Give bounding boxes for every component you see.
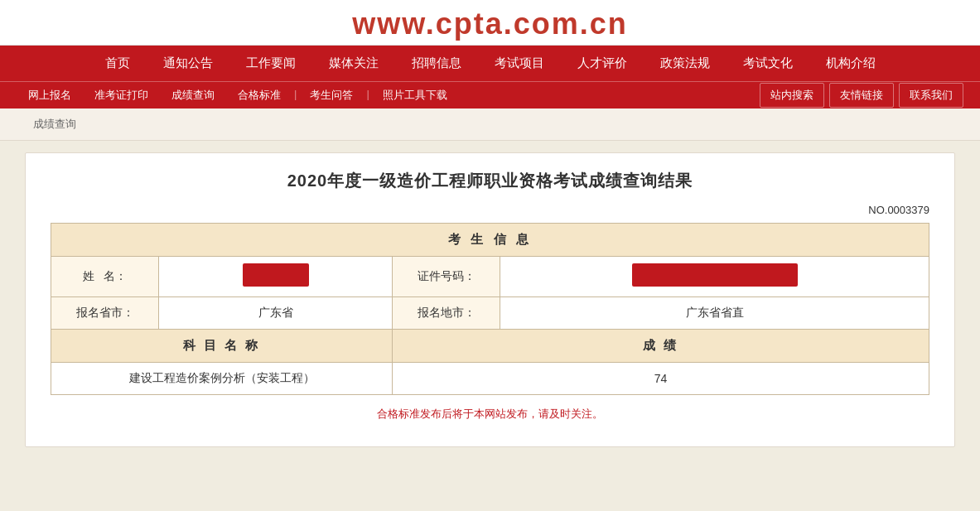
section-header: 考 生 信 息 xyxy=(51,224,929,257)
breadcrumb: 成绩查询 xyxy=(0,108,980,141)
value-id xyxy=(500,257,929,297)
value-name xyxy=(159,257,393,297)
header-logo-area: www.cpta.com.cn xyxy=(0,0,980,46)
label-name: 姓 名： xyxy=(51,257,159,297)
label-id: 证件号码： xyxy=(393,257,500,297)
sub-nav-sep2: | xyxy=(364,82,370,108)
value-city: 广东省省直 xyxy=(500,297,929,330)
label-province: 报名省市： xyxy=(51,297,159,330)
nav-about[interactable]: 机构介绍 xyxy=(809,46,892,81)
result-table: 考 生 信 息 姓 名： 证件号码： 报名省市： 广东省 报名地市： 广东省省直… xyxy=(51,223,929,395)
no-number: NO.0003379 xyxy=(51,204,929,216)
nav-home[interactable]: 首页 xyxy=(89,46,147,81)
nav-culture[interactable]: 考试文化 xyxy=(727,46,809,81)
page-title: 2020年度一级造价工程师职业资格考试成绩查询结果 xyxy=(51,170,929,192)
sub-nav-left: 网上报名 准考证打印 成绩查询 合格标准 | 考生问答 | 照片工具下载 xyxy=(17,82,755,108)
nav-policy[interactable]: 政策法规 xyxy=(644,46,727,81)
subnav-print[interactable]: 准考证打印 xyxy=(83,82,160,108)
label-city: 报名地市： xyxy=(393,297,500,330)
main-nav: 首页 通知公告 工作要闻 媒体关注 招聘信息 考试项目 人才评价 政策法规 考试… xyxy=(0,46,980,81)
nav-recruit[interactable]: 招聘信息 xyxy=(395,46,478,81)
nav-exam[interactable]: 考试项目 xyxy=(478,46,561,81)
nav-notice[interactable]: 通知公告 xyxy=(147,46,229,81)
subnav-register[interactable]: 网上报名 xyxy=(17,82,83,108)
value-province: 广东省 xyxy=(159,297,393,330)
subnav-standard[interactable]: 合格标准 xyxy=(226,82,292,108)
subnav-faq[interactable]: 考生问答 xyxy=(298,82,364,108)
score-header: 成 绩 xyxy=(393,330,929,363)
redacted-name-block xyxy=(243,263,309,287)
content-area: 2020年度一级造价工程师职业资格考试成绩查询结果 NO.0003379 考 生… xyxy=(25,152,955,447)
subnav-search[interactable]: 站内搜索 xyxy=(760,83,824,108)
subnav-contact[interactable]: 联系我们 xyxy=(899,83,963,108)
nav-media[interactable]: 媒体关注 xyxy=(312,46,395,81)
subnav-score[interactable]: 成绩查询 xyxy=(160,82,226,108)
sub-nav: 网上报名 准考证打印 成绩查询 合格标准 | 考生问答 | 照片工具下载 站内搜… xyxy=(0,81,980,108)
subnav-links[interactable]: 友情链接 xyxy=(829,83,894,108)
subject-header: 科 目 名 称 xyxy=(51,330,393,363)
nav-talent[interactable]: 人才评价 xyxy=(561,46,644,81)
subject-name: 建设工程造价案例分析（安装工程） xyxy=(51,363,393,395)
sub-nav-right: 站内搜索 友情链接 联系我们 xyxy=(755,83,963,108)
site-logo: www.cpta.com.cn xyxy=(0,7,980,41)
score-value: 74 xyxy=(393,363,929,395)
nav-news[interactable]: 工作要闻 xyxy=(229,46,312,81)
sub-nav-sep: | xyxy=(292,82,298,108)
breadcrumb-text: 成绩查询 xyxy=(33,118,76,130)
notice-text: 合格标准发布后将于本网站发布，请及时关注。 xyxy=(51,407,929,422)
redacted-id-block xyxy=(632,263,798,287)
subnav-photo[interactable]: 照片工具下载 xyxy=(371,82,459,108)
